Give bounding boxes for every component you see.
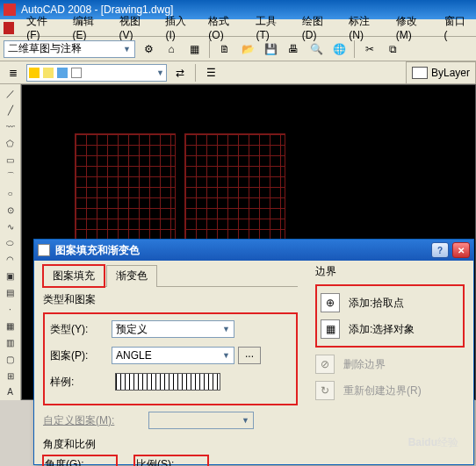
lock-icon xyxy=(57,68,68,78)
menu-window[interactable]: 窗口( xyxy=(437,12,472,43)
separator xyxy=(209,40,210,58)
polyline-tool[interactable]: 〰 xyxy=(2,119,19,135)
list-icon: ☰ xyxy=(206,67,216,79)
color-value: ByLayer xyxy=(431,67,470,79)
disk-icon: 💾 xyxy=(264,43,278,55)
arc-tool[interactable]: ⌒ xyxy=(2,168,19,184)
make-block-tool[interactable]: ▤ xyxy=(2,285,19,301)
publish-button[interactable]: 🌐 xyxy=(329,39,349,59)
dialog-left-panel: 图案填充 渐变色 类型和图案 类型(Y): 预定义 ▼ 图案(P): ANGLE… xyxy=(43,264,298,466)
autocad-icon xyxy=(4,22,14,34)
construction-line-tool[interactable]: ╱ xyxy=(2,103,19,118)
pattern-select[interactable]: ANGLE ▼ xyxy=(112,347,234,364)
close-button[interactable]: ✕ xyxy=(452,242,470,258)
new-button[interactable]: 🗎 xyxy=(215,39,234,59)
dialog-icon xyxy=(38,244,50,256)
scale-label: 比例(S): xyxy=(136,457,206,466)
type-select[interactable]: 预定义 ▼ xyxy=(112,320,234,338)
insert-block-tool[interactable]: ▣ xyxy=(2,269,19,284)
custom-pattern-label: 自定义图案(M): xyxy=(43,413,148,428)
plot-preview-button[interactable]: 🔍 xyxy=(307,39,326,59)
layer-states-button[interactable]: ☰ xyxy=(201,63,220,82)
remove-boundary-button: ⊘ 删除边界 xyxy=(315,351,465,377)
copy-icon: ⧉ xyxy=(389,43,397,55)
type-pattern-group: 类型(Y): 预定义 ▼ 图案(P): ANGLE ▼ ... 样例: xyxy=(43,312,298,405)
chevron-down-icon: ▼ xyxy=(156,68,164,77)
tab-hatch[interactable]: 图案填充 xyxy=(43,265,105,287)
group-type-pattern-label: 类型和图案 xyxy=(43,292,298,307)
separator xyxy=(195,64,196,82)
region-tool[interactable]: ▢ xyxy=(2,351,19,367)
workspace-combo[interactable]: 二维草图与注释 ▼ xyxy=(4,40,135,58)
workspace-settings-button[interactable]: ⚙ xyxy=(139,39,158,59)
menu-file[interactable]: 文件(F) xyxy=(19,12,63,43)
color-panel: ByLayer xyxy=(406,61,476,84)
layers-icon: ≣ xyxy=(9,67,18,79)
select-objects-icon: ▦ xyxy=(321,319,340,339)
open-button[interactable]: 📂 xyxy=(238,39,257,59)
spline-tool[interactable]: ∿ xyxy=(2,219,19,234)
recreate-boundary-label: 重新创建边界(R) xyxy=(343,384,422,398)
dashboard-button[interactable]: ⌂ xyxy=(162,39,181,59)
chevron-down-icon: ▼ xyxy=(222,325,230,333)
globe-icon: 🌐 xyxy=(333,43,346,55)
pattern-label: 图案(P): xyxy=(50,348,112,363)
color-swatch xyxy=(412,67,428,79)
draw-toolbar: ／ ╱ 〰 ⬠ ▭ ⌒ ○ ⊙ ∿ ⬭ ◠ ▣ ▤ · ▦ ▥ ▢ ⊞ A xyxy=(0,84,21,400)
hatch-tool[interactable]: ▦ xyxy=(2,318,19,333)
swatch-label: 样例: xyxy=(50,375,112,390)
color-swatch-icon xyxy=(71,68,82,78)
printer-icon: 🖶 xyxy=(288,43,299,55)
ellipse-tool[interactable]: ⬭ xyxy=(2,235,19,251)
rectangle-tool[interactable]: ▭ xyxy=(2,153,19,168)
dialog-titlebar: 图案填充和渐变色 ? ✕ xyxy=(34,240,473,261)
chevron-down-icon: ▼ xyxy=(123,45,131,54)
recreate-boundary-icon: ↻ xyxy=(315,381,335,400)
table-tool[interactable]: ⊞ xyxy=(2,368,19,384)
swatch-preview[interactable] xyxy=(115,373,220,391)
add-pick-points-button[interactable]: ⊕ 添加:拾取点 xyxy=(321,290,459,316)
sun-icon xyxy=(43,68,54,78)
hatch-object-1 xyxy=(75,133,176,252)
scissors-icon: ✂ xyxy=(365,43,374,55)
gear-icon: ⚙ xyxy=(144,43,154,55)
mtext-tool[interactable]: A xyxy=(2,384,19,400)
add-sel-label: 添加:选择对象 xyxy=(349,322,415,337)
help-button[interactable]: ? xyxy=(431,242,449,258)
add-pick-label: 添加:拾取点 xyxy=(349,296,404,311)
tab-gradient[interactable]: 渐变色 xyxy=(106,265,157,287)
point-tool[interactable]: · xyxy=(2,302,19,318)
type-select-value: 预定义 xyxy=(116,322,148,337)
magnifier-icon: 🔍 xyxy=(310,43,323,55)
polygon-tool[interactable]: ⬠ xyxy=(2,136,19,152)
layer-combo[interactable]: ▼ xyxy=(26,64,167,82)
layer-previous-button[interactable]: ⇄ xyxy=(170,63,190,82)
print-button[interactable]: 🖶 xyxy=(284,39,303,59)
remove-boundary-icon: ⊘ xyxy=(315,355,335,374)
type-label: 类型(Y): xyxy=(50,322,112,337)
squares-icon: ▦ xyxy=(190,43,199,55)
dialog-right-panel: 边界 ⊕ 添加:拾取点 ▦ 添加:选择对象 ⊘ 删除边界 ↻ 重新创建边界(R) xyxy=(315,264,465,466)
tool-palettes-button[interactable]: ▦ xyxy=(184,39,204,59)
separator xyxy=(354,40,355,58)
group-angle-scale-label: 角度和比例 xyxy=(43,437,298,452)
line-tool[interactable]: ／ xyxy=(2,86,19,102)
pattern-browse-button[interactable]: ... xyxy=(238,347,261,364)
layer-manager-button[interactable]: ≣ xyxy=(4,63,23,82)
remove-boundary-label: 删除边界 xyxy=(343,357,386,372)
pattern-select-value: ANGLE xyxy=(116,349,152,362)
menu-edit[interactable]: 编辑(E) xyxy=(66,12,111,43)
hatch-object-2 xyxy=(184,133,285,252)
revision-cloud-tool[interactable]: ⊙ xyxy=(2,202,19,218)
ellipse-arc-tool[interactable]: ◠ xyxy=(2,252,19,268)
chevron-down-icon: ▼ xyxy=(222,351,230,360)
gradient-tool[interactable]: ▥ xyxy=(2,334,19,350)
save-button[interactable]: 💾 xyxy=(261,39,280,59)
add-select-objects-button[interactable]: ▦ 添加:选择对象 xyxy=(321,316,459,342)
cut-button[interactable]: ✂ xyxy=(360,39,379,59)
workspace-combo-value: 二维草图与注释 xyxy=(8,41,82,56)
copy-button[interactable]: ⧉ xyxy=(383,39,402,59)
angle-label: 角度(G): xyxy=(45,457,115,466)
circle-tool[interactable]: ○ xyxy=(2,185,19,201)
hatch-dialog: 图案填充和渐变色 ? ✕ 图案填充 渐变色 类型和图案 类型(Y): 预定义 ▼ xyxy=(33,239,474,465)
